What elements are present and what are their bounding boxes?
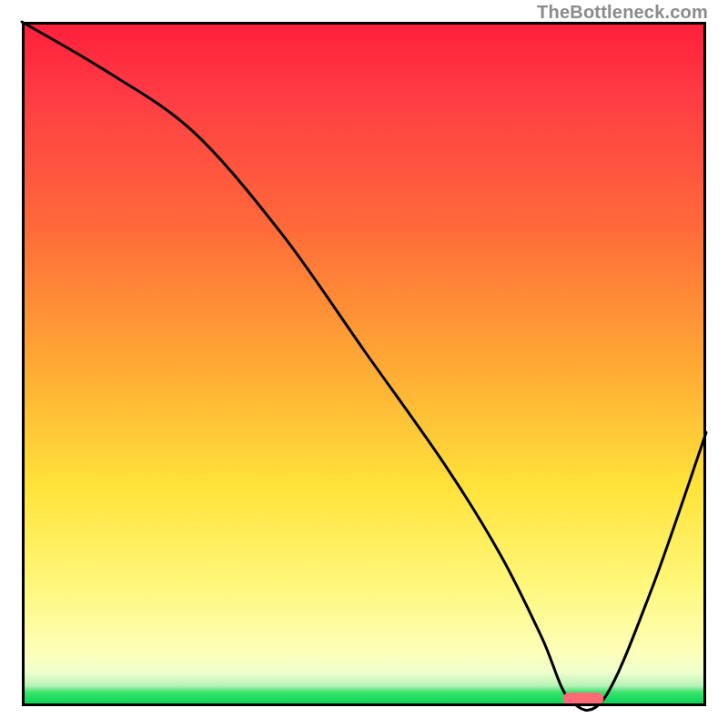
chart-canvas: TheBottleneck.com (0, 0, 728, 728)
watermark-text: TheBottleneck.com (537, 2, 708, 23)
minimum-marker (562, 693, 603, 705)
gradient-background (22, 22, 706, 706)
